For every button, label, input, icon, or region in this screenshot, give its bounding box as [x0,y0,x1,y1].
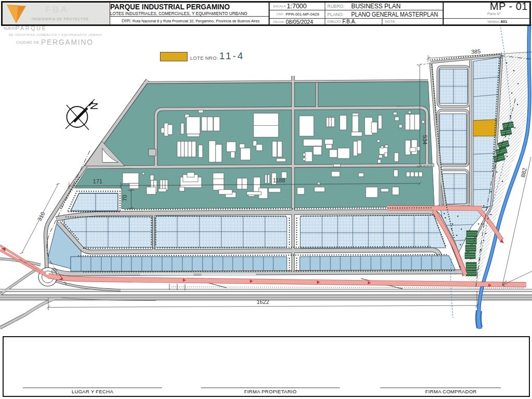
signature-box: LUGAR Y FECHA FIRMA PROPIETARIO FIRMA CO… [3,336,530,397]
north-compass: N [65,99,100,130]
dim-310: 310 [36,211,46,222]
dim-385: 385 [471,48,481,55]
dir-label: DIR: [122,18,132,23]
signature-line-lugar [23,388,162,388]
heading-parque: PARQUE [16,25,47,31]
road-widening [149,149,156,156]
north-letter: N [88,102,100,110]
lot-dotted [71,193,118,211]
dir-value: Ruta Nacional 8 y Ruta Provincial 32, Pe… [132,19,260,23]
escala-value: 1:7000 [287,3,307,10]
dim-171: 171 [93,178,102,184]
version-value: A01 [500,20,507,23]
sheet-cell: MP - 01 Plano N° Version A01 [443,3,530,24]
sheet-code: MP - 01 [490,3,528,12]
signature-line-propietario [201,388,340,388]
signature-label-propietario: FIRMA PROPIETARIO [201,389,340,394]
heading-nuevo: NUEVO [4,26,16,30]
dibujo-label: DIBUJO: [327,20,342,23]
project-subtitle: LOTES INDUSTRIALES, COMERCIALES, Y EQUIP… [110,11,258,16]
dim-534: 534 [422,135,428,144]
plan-sheet: 385 534 171 1188 70 310 1622 882 N [0,0,532,399]
title-block: FBA INGENIERIA DE PROYECTOS PARQUE INDUS… [1,1,531,26]
dibujo-value: F.B.A. [342,19,356,24]
highlight-lot-11-4 [473,119,497,136]
scale-cell: ESCALA: 1:7000 CAD: PPR-001-MP-0429 FECH… [269,3,326,24]
cad-label: CAD: [276,12,284,16]
fecha-label: FECHA: [273,20,285,23]
nota-label: NOTA: [385,20,396,23]
fba-watermark: FBA [45,5,69,15]
dir-row: DIR: Ruta Nacional 8 y Ruta Provincial 3… [110,16,269,25]
dim-1622: 1622 [257,299,269,305]
sheet-no-label: Plano N° [487,12,501,16]
project-title: PARQUE INDUSTRIAL PERGAMINO [110,3,264,11]
logo-cell: FBA INGENIERIA DE PROYECTOS [3,3,110,24]
fba-logo-icon [5,4,28,24]
heading-line2: DE INDUSTRIAS COMERCIOS Y EQUIPAMIENTO U… [9,33,102,36]
cad-value: PPR-001-MP-0429 [286,12,319,17]
dim-1188: 1188 [273,177,285,183]
signature-line-comprador [380,388,501,388]
version-label: Version [487,20,500,23]
version-row: Version A01 [444,18,530,24]
legend-value: 11-4 [219,50,245,62]
rubro-label: RUBRO: [327,4,344,9]
plano-label: PLANO: [327,12,343,17]
nota-divider [382,19,382,24]
heading-pergamino: PERGAMINO [41,37,94,46]
rubro-cell: RUBRO: BUSINESS PLAN PLANO: PLANO GENERA… [325,3,443,24]
signature-label-lugar: LUGAR Y FECHA [23,389,162,394]
plano-value: PLANO GENERAL MASTERPLAN [351,11,438,18]
fecha-value: 08/05/2024 [286,19,313,25]
title-cell: PARQUE INDUSTRIAL PERGAMINO LOTES INDUST… [110,3,269,24]
rubro-value: BUSINESS PLAN [351,3,401,10]
heading-ciudad-de: CIUDAD DE [16,40,39,45]
legend-swatch [160,52,188,61]
signature-label-comprador: FIRMA COMPRADOR [391,389,511,394]
dim-70: 70 [122,195,128,201]
escala-label: ESCALA: [273,5,286,8]
legend-label: LOTE NRO: [190,55,218,61]
logo-tagline: INGENIERIA DE PROYECTOS [32,17,89,21]
